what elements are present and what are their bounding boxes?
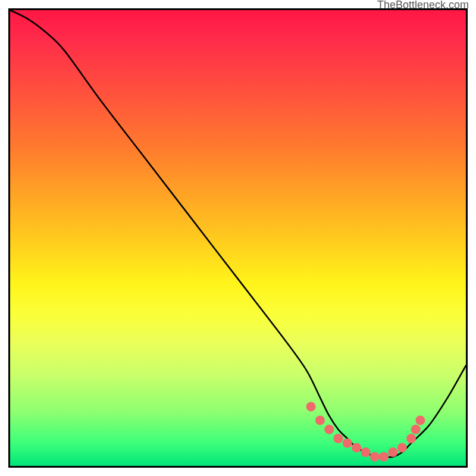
marker-point [334,434,343,443]
chart-container: TheBottleneck.com [0,0,476,476]
marker-point [411,425,421,434]
marker-point [361,447,371,457]
marker-point [370,452,380,462]
marker-point [324,425,334,434]
marker-point [379,452,389,462]
plot-frame [10,10,467,467]
marker-point [306,402,316,411]
marker-point [343,439,352,448]
marker-point [388,447,397,457]
chart-svg: TheBottleneck.com [0,0,476,476]
watermark-text: TheBottleneck.com [377,0,469,11]
marker-point [415,415,425,425]
highlight-markers [306,402,425,461]
marker-point [397,443,407,452]
marker-point [406,434,416,443]
marker-point [352,443,361,452]
marker-point [315,415,325,425]
bottleneck-curve [10,10,466,457]
